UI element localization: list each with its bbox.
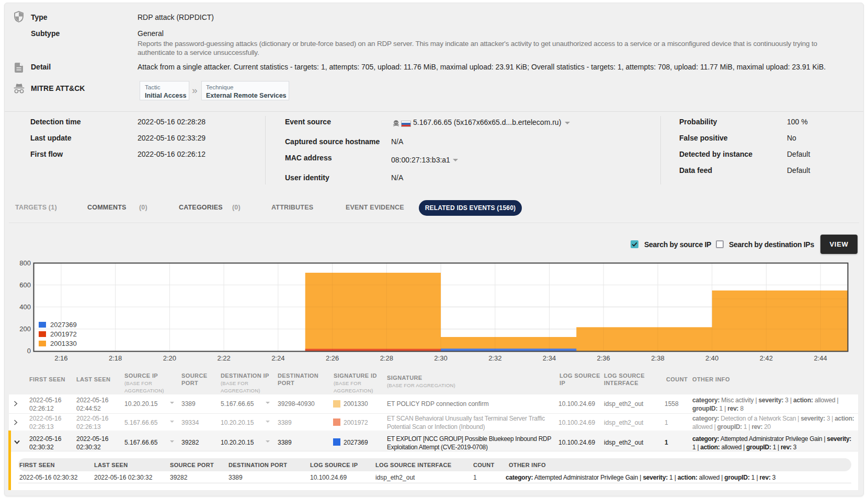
svg-text:0: 0: [27, 347, 31, 355]
svg-text:400: 400: [19, 303, 31, 311]
svg-text:2027369: 2027369: [50, 321, 77, 329]
svg-text:2:18: 2:18: [109, 354, 122, 362]
svg-text:2:42: 2:42: [760, 354, 773, 362]
svg-text:2:40: 2:40: [705, 354, 718, 362]
svg-text:2:22: 2:22: [217, 354, 230, 362]
svg-text:2001330: 2001330: [50, 340, 77, 347]
svg-text:2:32: 2:32: [488, 354, 501, 362]
svg-text:2:36: 2:36: [597, 354, 610, 362]
svg-text:2:24: 2:24: [271, 354, 284, 362]
svg-text:2:34: 2:34: [543, 354, 556, 362]
svg-text:600: 600: [19, 281, 31, 289]
svg-text:2:28: 2:28: [380, 354, 393, 362]
svg-text:2:38: 2:38: [651, 354, 664, 362]
svg-text:2:44: 2:44: [814, 354, 827, 362]
svg-text:200: 200: [19, 325, 31, 333]
svg-text:2:16: 2:16: [54, 354, 67, 362]
svg-text:800: 800: [19, 259, 31, 267]
svg-text:2:20: 2:20: [163, 354, 176, 362]
svg-text:2001972: 2001972: [50, 330, 77, 338]
svg-text:2:26: 2:26: [326, 354, 339, 362]
svg-text:2:30: 2:30: [434, 354, 447, 362]
